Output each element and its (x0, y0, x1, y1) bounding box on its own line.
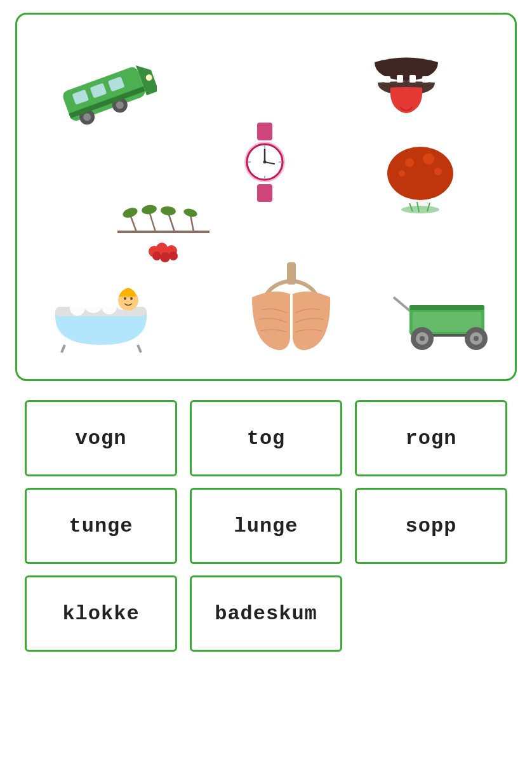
card-badeskum-label: badeskum (215, 602, 317, 626)
card-tog-label: tog (247, 427, 286, 450)
rowan-image (111, 199, 216, 265)
card-tog[interactable]: tog (190, 400, 342, 476)
train-image (52, 59, 157, 132)
svg-point-44 (183, 207, 198, 218)
svg-line-61 (138, 345, 141, 353)
card-sopp[interactable]: sopp (355, 488, 507, 564)
bath-image (49, 269, 154, 354)
card-vogn[interactable]: vogn (25, 400, 177, 476)
svg-point-41 (121, 206, 138, 219)
card-vogn-label: vogn (76, 427, 127, 450)
svg-rect-11 (384, 76, 390, 83)
card-rogn-label: rogn (406, 427, 457, 450)
svg-point-74 (420, 336, 425, 341)
svg-point-58 (124, 297, 126, 300)
svg-rect-15 (257, 123, 272, 140)
wagon-image (390, 278, 489, 351)
svg-point-56 (77, 294, 90, 307)
svg-point-77 (474, 336, 479, 341)
card-klokke[interactable]: klokke (25, 575, 177, 652)
svg-rect-12 (397, 75, 403, 83)
svg-point-31 (399, 170, 405, 177)
card-lunge[interactable]: lunge (190, 488, 342, 564)
svg-point-43 (160, 206, 176, 216)
card-badeskum[interactable]: badeskum (190, 575, 342, 652)
word-cards-grid: vogn tog rogn tunge lunge sopp klokke ba… (25, 400, 507, 652)
image-area (15, 13, 517, 381)
svg-point-54 (102, 299, 117, 314)
svg-point-29 (423, 153, 434, 165)
svg-point-64 (112, 290, 119, 296)
svg-point-28 (405, 158, 414, 167)
svg-line-38 (149, 212, 156, 232)
card-tunge-label: tunge (69, 514, 133, 538)
svg-point-49 (152, 252, 161, 260)
svg-point-32 (401, 206, 439, 213)
watch-image (236, 123, 293, 202)
svg-line-60 (62, 345, 65, 353)
svg-point-50 (169, 252, 178, 260)
svg-point-63 (94, 290, 99, 295)
svg-line-40 (190, 215, 194, 232)
svg-rect-16 (257, 184, 272, 202)
svg-point-62 (102, 292, 110, 299)
svg-point-42 (141, 204, 157, 215)
card-klokke-label: klokke (62, 602, 139, 626)
svg-rect-13 (409, 75, 416, 83)
svg-rect-69 (409, 305, 484, 310)
card-tunge[interactable]: tunge (25, 488, 177, 564)
svg-line-37 (130, 215, 136, 232)
lungs-image (249, 262, 335, 354)
svg-point-59 (130, 297, 133, 300)
card-rogn[interactable]: rogn (355, 400, 507, 476)
svg-rect-14 (422, 76, 429, 83)
svg-point-21 (263, 161, 267, 164)
svg-point-27 (387, 147, 453, 200)
card-lunge-label: lunge (234, 514, 298, 538)
svg-point-30 (434, 168, 442, 175)
svg-line-39 (168, 213, 175, 232)
svg-point-48 (160, 252, 170, 262)
mushroom-image (384, 132, 457, 215)
tongue-image (365, 50, 448, 123)
card-sopp-label: sopp (406, 514, 457, 538)
